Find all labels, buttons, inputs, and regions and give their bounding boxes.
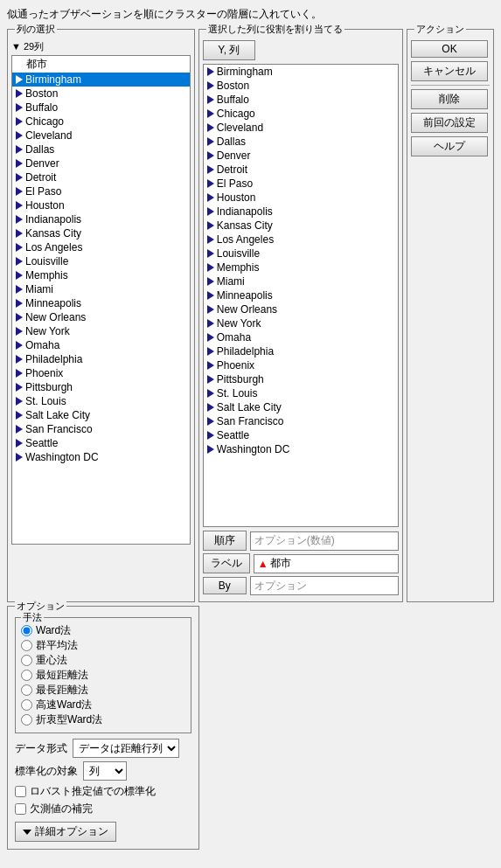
ヘルプ-button[interactable]: ヘルプ [411,136,488,156]
method-radio[interactable] [21,625,32,636]
list-item[interactable]: Miami [204,274,398,288]
method-radio[interactable] [21,670,32,681]
list-item[interactable]: Indianapolis [12,212,190,226]
list-item[interactable]: Washington DC [12,450,190,464]
list-item[interactable]: Louisville [12,254,190,268]
list-item[interactable]: Chicago [204,107,398,121]
radio-label[interactable]: 最短距離法 [21,668,185,683]
action-panel: アクション OKキャンセル削除前回の設定ヘルプ [407,29,494,602]
method-radio[interactable] [21,655,32,666]
list-item[interactable]: Minneapolis [12,296,190,310]
checkbox-label[interactable]: 欠測値の補完 [15,802,191,816]
list-item[interactable]: Seattle [12,436,190,450]
list-item[interactable]: Buffalo [204,93,398,107]
list-item[interactable]: Phoenix [12,366,190,380]
radio-label[interactable]: 群平均法 [21,638,185,653]
list-item[interactable]: Salt Lake City [204,400,398,414]
list-item[interactable]: Cleveland [12,128,190,142]
list-item[interactable]: Seattle [204,428,398,442]
normalize-select[interactable]: 列行なし [83,761,127,781]
list-item[interactable]: Omaha [12,338,190,352]
list-item[interactable]: Pittsburgh [12,380,190,394]
label-button[interactable]: ラベル [203,553,250,573]
前回の設定-button[interactable]: 前回の設定 [411,113,488,133]
list-item[interactable]: Los Angeles [204,233,398,247]
list-item[interactable]: El Paso [12,184,190,198]
data-type-select[interactable]: データは距離行列生データ [73,739,179,758]
list-item[interactable]: Chicago [12,115,190,128]
list-item[interactable]: Indianapolis [204,205,398,219]
list-item[interactable]: Denver [204,149,398,163]
list-item[interactable]: Philadelphia [12,352,190,366]
normalize-row: 標準化の対象 列行なし [15,761,191,781]
list-item[interactable]: Buffalo [12,101,190,115]
list-item[interactable]: Miami [12,282,190,296]
radio-label[interactable]: 高速Ward法 [21,698,185,712]
left-listbox[interactable]: 都市BirminghamBostonBuffaloChicagoClevelan… [11,55,191,545]
list-item[interactable]: Kansas City [12,226,190,240]
label-value: 都市 [270,556,291,571]
list-item[interactable]: Phoenix [204,358,398,372]
list-item[interactable]: San Francisco [12,422,190,436]
削除-button[interactable]: 削除 [411,89,488,109]
list-item[interactable]: San Francisco [204,414,398,428]
radio-label[interactable]: 最長距離法 [21,683,185,698]
checkbox-label[interactable]: ロバスト推定値での標準化 [15,784,191,799]
order-button[interactable]: 順序 [203,531,247,551]
list-item[interactable]: St. Louis [12,394,190,408]
list-item[interactable]: Cleveland [204,121,398,135]
list-item[interactable]: Birmingham [204,65,398,79]
list-item[interactable]: St. Louis [204,386,398,400]
キャンセル-button[interactable]: キャンセル [411,61,488,81]
ok-button[interactable]: OK [411,40,488,58]
list-item[interactable]: Pittsburgh [204,372,398,386]
triangle-icon [16,75,23,84]
list-item[interactable]: Boston [204,79,398,93]
list-item[interactable]: Louisville [204,247,398,260]
radio-label[interactable]: 折衷型Ward法 [21,712,185,727]
list-item[interactable]: New York [12,324,190,338]
list-item[interactable]: Boston [12,87,190,101]
list-item[interactable]: Salt Lake City [12,408,190,422]
list-item[interactable]: Omaha [204,330,398,344]
by-input[interactable] [250,576,399,595]
detail-options-button[interactable]: 詳細オプション [15,822,116,842]
triangle-icon [207,417,214,426]
list-item[interactable]: Detroit [12,170,190,184]
list-item[interactable]: New Orleans [12,310,190,324]
checkbox-input[interactable] [15,786,26,797]
list-item[interactable]: El Paso [204,177,398,191]
list-item[interactable]: Dallas [12,142,190,156]
list-item[interactable]: Detroit [204,163,398,177]
list-item[interactable]: Houston [12,198,190,212]
triangle-icon [16,89,23,98]
list-item[interactable]: Memphis [12,268,190,282]
radio-label[interactable]: Ward法 [21,623,185,638]
list-item[interactable]: Denver [12,156,190,170]
radio-label[interactable]: 重心法 [21,653,185,668]
list-item[interactable]: Minneapolis [204,288,398,302]
list-item[interactable]: Los Angeles [12,240,190,254]
middle-listbox[interactable]: BirminghamBostonBuffaloChicagoClevelandD… [203,64,399,527]
triangle-icon [16,299,23,308]
list-item[interactable]: 都市 [12,56,190,73]
order-input[interactable] [250,531,399,551]
list-item[interactable]: Memphis [204,260,398,274]
method-radio[interactable] [21,684,32,696]
triangle-icon [207,221,214,230]
checkbox-input[interactable] [15,803,26,815]
list-item[interactable]: Kansas City [204,219,398,233]
list-item[interactable]: Houston [204,191,398,205]
method-radio[interactable] [21,699,32,711]
role-y-button[interactable]: Y, 列 [203,40,255,60]
list-item[interactable]: Dallas [204,135,398,149]
list-item[interactable]: Birmingham [12,73,190,87]
method-radio[interactable] [21,640,32,651]
triangle-icon [16,243,23,252]
list-item[interactable]: Philadelphia [204,344,398,358]
by-button[interactable]: By [203,577,247,594]
list-item[interactable]: New York [204,316,398,330]
list-item[interactable]: New Orleans [204,302,398,316]
method-radio[interactable] [21,714,32,726]
list-item[interactable]: Washington DC [204,442,398,456]
